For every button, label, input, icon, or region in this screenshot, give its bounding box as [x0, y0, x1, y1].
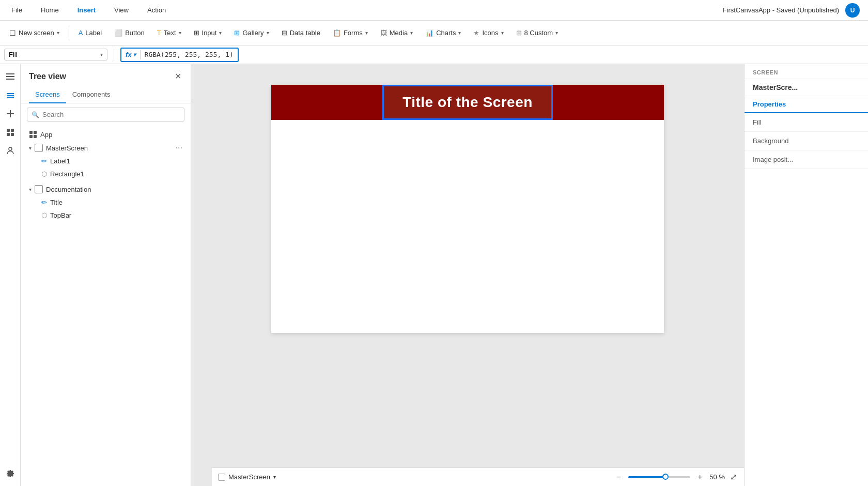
input-button[interactable]: ⊞ Input ▾ — [189, 26, 227, 39]
canvas-screen[interactable]: Title of the Screen — [271, 85, 664, 333]
tree-group-masterscreen: ▾ MasterScreen ··· ✏ Label1 ⬡ Rectangle1 — [25, 141, 187, 180]
rectangle1-label: Rectangle1 — [50, 170, 84, 178]
right-panel-background[interactable]: Background — [745, 132, 868, 150]
charts-button[interactable]: 📊 Charts ▾ — [420, 26, 466, 39]
sidebar-components-icon[interactable] — [2, 124, 19, 141]
tree-child-title[interactable]: ✏ Title — [37, 196, 187, 209]
right-panel-image-position[interactable]: Image posit... — [745, 150, 868, 169]
custom-dropdown-icon: ▾ — [555, 30, 558, 36]
search-input[interactable] — [42, 111, 180, 118]
charts-dropdown-icon: ▾ — [458, 30, 461, 36]
gallery-label: Gallery — [242, 29, 264, 37]
right-panel-properties-tab[interactable]: Properties — [745, 96, 794, 113]
zoom-out-button[interactable]: − — [613, 472, 624, 483]
zoom-percent: 50 % — [709, 473, 725, 481]
text-dropdown-icon: ▾ — [179, 30, 181, 36]
canvas-screen-title: Title of the Screen — [402, 94, 533, 111]
label-button[interactable]: A Label — [73, 26, 107, 39]
formula-separator — [114, 49, 114, 61]
tree-child-topbar[interactable]: ⬡ TopBar — [37, 209, 187, 222]
screen-icon: ☐ — [9, 29, 16, 37]
menu-file[interactable]: File — [8, 4, 25, 16]
svg-rect-14 — [34, 131, 37, 134]
new-screen-dropdown-icon: ▾ — [57, 30, 59, 36]
menu-action[interactable]: Action — [144, 4, 169, 16]
documentation-screen-icon — [35, 185, 43, 193]
tree-panel: Tree view ✕ Screens Components 🔍 App ▾ M… — [21, 64, 191, 486]
zoom-in-button[interactable]: + — [694, 472, 705, 483]
icons-button[interactable]: ★ Icons ▾ — [468, 26, 508, 39]
bottom-zoom-controls: − + 50 % ⤢ — [613, 471, 738, 483]
formula-chevron-down: ▾ — [133, 52, 136, 57]
custom-button[interactable]: ⊞ 8 Custom ▾ — [511, 26, 564, 39]
menu-view[interactable]: View — [111, 4, 132, 16]
formula-fx-icon: fx ▾ — [126, 51, 136, 58]
tree-search[interactable]: 🔍 — [27, 108, 184, 122]
tree-child-rectangle1[interactable]: ⬡ Rectangle1 — [37, 168, 187, 180]
tree-group-documentation: ▾ Documentation ✏ Title ⬡ TopBar — [25, 183, 187, 222]
masterscreen-more-icon[interactable]: ··· — [176, 143, 182, 153]
screen-thumb-icon — [218, 474, 225, 481]
bottom-screen-info: MasterScreen ▾ — [218, 473, 276, 481]
sidebar-layers-icon[interactable] — [2, 87, 19, 103]
svg-rect-2 — [6, 79, 14, 80]
data-table-icon: ⊟ — [282, 29, 287, 37]
masterscreen-children: ✏ Label1 ⬡ Rectangle1 — [25, 155, 187, 180]
masterscreen-screen-icon — [35, 144, 43, 152]
sidebar-menu-icon[interactable] — [2, 68, 19, 85]
svg-rect-8 — [7, 129, 10, 132]
user-avatar[interactable]: U — [845, 3, 860, 18]
tree-tab-screens[interactable]: Screens — [29, 86, 66, 103]
fill-dropdown[interactable]: Fill ▾ — [4, 49, 107, 60]
bottom-screen-name: MasterScreen — [228, 473, 270, 481]
tree-close-button[interactable]: ✕ — [174, 70, 182, 82]
gallery-button[interactable]: ⊞ Gallery ▾ — [229, 26, 274, 39]
formula-value: RGBA(255, 255, 255, 1) — [145, 51, 234, 58]
svg-rect-10 — [7, 133, 10, 136]
media-label: Media — [390, 29, 408, 37]
canvas-area[interactable]: Title of the Screen MasterScreen ▾ − + 5… — [191, 64, 744, 486]
data-table-button[interactable]: ⊟ Data table — [276, 26, 326, 39]
bottom-screen-chevron: ▾ — [273, 474, 276, 480]
svg-rect-5 — [7, 97, 14, 98]
sidebar-connections-icon[interactable] — [2, 143, 19, 159]
right-panel-screen-name: MasterScre... — [745, 79, 868, 96]
sidebar-tools-icon[interactable] — [2, 465, 19, 482]
forms-button[interactable]: 📋 Forms ▾ — [328, 26, 373, 39]
formula-input-area[interactable]: fx ▾ RGBA(255, 255, 255, 1) — [120, 48, 239, 62]
forms-label: Forms — [344, 29, 363, 37]
fx-separator — [140, 50, 141, 59]
sidebar-plus-icon[interactable] — [2, 105, 19, 122]
tree-app-item[interactable]: App — [25, 128, 187, 141]
tree-child-label1[interactable]: ✏ Label1 — [37, 155, 187, 168]
zoom-slider[interactable] — [628, 476, 690, 478]
menu-home[interactable]: Home — [38, 4, 62, 16]
menu-insert[interactable]: Insert — [74, 4, 99, 16]
menu-bar-left: File Home Insert View Action — [8, 4, 169, 16]
text-button[interactable]: T Text ▾ — [152, 26, 187, 39]
gallery-icon: ⊞ — [234, 29, 240, 37]
canvas-topbar[interactable]: Title of the Screen — [271, 85, 664, 120]
canvas-label-selected[interactable]: Title of the Screen — [382, 85, 553, 120]
svg-rect-4 — [7, 95, 14, 96]
tree-tab-components[interactable]: Components — [66, 86, 117, 103]
svg-rect-9 — [11, 129, 14, 132]
app-label: App — [40, 131, 52, 139]
charts-label: Charts — [436, 29, 456, 37]
svg-rect-1 — [6, 76, 14, 77]
expand-icon[interactable]: ⤢ — [729, 471, 738, 483]
menu-bar-right: FirstCanvasApp - Saved (Unpublished) U — [723, 3, 860, 18]
text-label: Text — [164, 29, 176, 37]
tree-group-header-documentation[interactable]: ▾ Documentation — [25, 183, 187, 196]
button-button[interactable]: ⬜ Button — [109, 26, 150, 39]
media-button[interactable]: 🖼 Media ▾ — [375, 26, 418, 39]
right-panel-fill[interactable]: Fill — [745, 113, 868, 132]
svg-rect-15 — [29, 135, 33, 138]
title-icon: ✏ — [41, 199, 47, 206]
text-icon: T — [157, 29, 161, 37]
forms-icon: 📋 — [333, 29, 341, 37]
svg-point-12 — [9, 147, 12, 150]
tree-group-header-masterscreen[interactable]: ▾ MasterScreen ··· — [25, 141, 187, 155]
user-initial: U — [850, 7, 855, 14]
new-screen-button[interactable]: ☐ New screen ▾ — [4, 26, 65, 40]
